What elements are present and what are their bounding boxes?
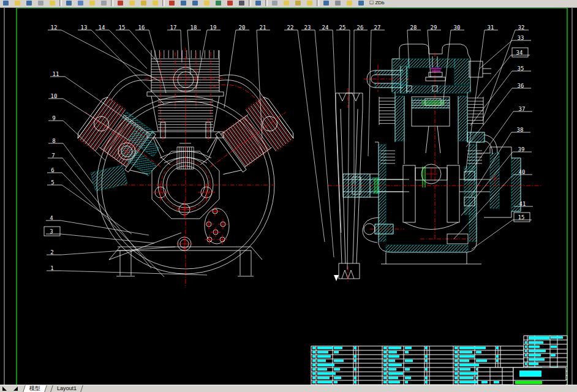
tab-layout1[interactable]: Layout1 <box>50 385 83 392</box>
toolbar-icon-glyph <box>15 1 20 6</box>
toolbar-separator <box>162 0 165 6</box>
toolbar-icon-9[interactable] <box>99 0 109 7</box>
toolbar-icon-24[interactable] <box>253 0 263 7</box>
callout-22-21: 22 <box>287 24 294 31</box>
toolbar-flyout-label[interactable]: ☐ ZDb <box>369 0 385 6</box>
toolbar-icon-4[interactable] <box>47 0 58 7</box>
toolbar-icon-0[interactable] <box>1 0 11 7</box>
callout-33-32: 33 <box>518 35 524 41</box>
callout-4-3: 4 <box>50 215 53 221</box>
toolbar-separator <box>249 0 251 6</box>
toolbar-icon-glyph <box>38 1 43 6</box>
toolbar-icon-glyph <box>78 1 83 6</box>
toolbar-separator <box>317 0 319 6</box>
toolbar-icon-27[interactable] <box>281 0 292 7</box>
toolbar-icon-7[interactable] <box>75 0 86 7</box>
toolbar-separator <box>265 0 268 6</box>
toolbar-icon-33[interactable] <box>344 0 355 7</box>
callout-39-38: 39 <box>518 146 525 153</box>
toolbar-icon-28[interactable] <box>293 0 303 7</box>
tab-nav-last-icon[interactable] <box>13 386 18 391</box>
toolbar-icon-glyph <box>192 1 198 6</box>
toolbar-icon-34[interactable] <box>356 0 366 7</box>
toolbar-icon-19[interactable] <box>202 0 212 7</box>
toolbar-icon-14[interactable] <box>150 0 160 7</box>
callout-28-27: 28 <box>410 24 417 31</box>
callout-30-29: 30 <box>454 24 461 31</box>
cad-viewport[interactable]: 1234567891011121314151617181920212223242… <box>0 0 577 392</box>
callout-40-39: 40 <box>519 169 526 175</box>
callout-1-0: 1 <box>50 265 53 271</box>
toolbar-icon-glyph <box>335 1 341 6</box>
toolbar-icon-glyph <box>323 1 329 6</box>
callout-26-25: 26 <box>357 24 364 31</box>
toolbar-icon-glyph <box>141 1 146 6</box>
toolbar-icon-glyph <box>50 1 55 6</box>
toolbar-icon-6[interactable] <box>64 0 74 7</box>
toolbar-icon-17[interactable] <box>178 0 189 7</box>
cad-application-window: ☐ ZDb 1234567891011121314151617181920212… <box>0 0 577 392</box>
callout-12-11: 12 <box>51 24 58 31</box>
callout-14-13: 14 <box>99 24 105 31</box>
callout-35-34: 35 <box>518 66 524 72</box>
toolbar-icon-glyph <box>3 1 9 6</box>
callout-19-18: 19 <box>210 24 217 31</box>
callout-2-1: 2 <box>50 249 53 255</box>
toolbar-icon-32[interactable] <box>333 0 343 7</box>
callout-36-35: 36 <box>518 83 524 89</box>
callout-38-37: 38 <box>517 127 524 133</box>
toolbar-icon-11[interactable] <box>115 0 126 7</box>
callout-18-17: 18 <box>190 24 197 31</box>
callout-3-2: 3 <box>50 228 53 235</box>
toolbar-separator <box>59 0 62 6</box>
toolbar-icon-8[interactable] <box>87 0 97 7</box>
callout-24-23: 24 <box>322 24 329 31</box>
callout-32-31: 32 <box>518 24 525 31</box>
toolbar-icon-glyph <box>307 1 312 6</box>
toolbar-icon-20[interactable] <box>213 0 224 7</box>
callout-13-12: 13 <box>81 24 88 31</box>
toolbar-icon-glyph <box>129 1 135 6</box>
toolbar-icon-2[interactable] <box>24 0 34 7</box>
toolbar-icon-glyph <box>239 1 244 6</box>
tab-model[interactable]: 模型 <box>23 385 47 392</box>
toolbar-icon-glyph <box>216 1 221 6</box>
callout-20-19: 20 <box>239 24 246 31</box>
toolbar-icon-glyph <box>204 1 209 6</box>
toolbar-icon-glyph <box>255 1 261 6</box>
callout-23-22: 23 <box>304 24 311 31</box>
callout-37-36: 37 <box>519 106 526 112</box>
toolbar-icon-13[interactable] <box>138 0 149 7</box>
tab-nav-first-icon[interactable] <box>2 386 7 391</box>
callout-16-15: 16 <box>138 24 145 31</box>
toolbar-icon-glyph <box>101 1 107 6</box>
toolbar-icon-21[interactable] <box>225 0 235 7</box>
toolbar-icon-glyph <box>89 1 95 6</box>
callout-31-30: 31 <box>488 24 494 31</box>
toolbar-icon-22[interactable] <box>236 0 247 7</box>
toolbar-icon-3[interactable] <box>36 0 46 7</box>
toolbar-icon-29[interactable] <box>304 0 315 7</box>
toolbar-icon-glyph <box>118 1 123 6</box>
toolbar-icon-16[interactable] <box>167 0 177 7</box>
toolbar-icon-31[interactable] <box>321 0 331 7</box>
toolbar-icon-1[interactable] <box>12 0 23 7</box>
bom-table <box>311 336 567 385</box>
callout-11-10: 11 <box>53 71 59 77</box>
callout-9-8: 9 <box>52 115 55 121</box>
callout-5-4: 5 <box>51 179 54 186</box>
toolbar-icon-26[interactable] <box>270 0 280 7</box>
toolbar-icon-18[interactable] <box>190 0 200 7</box>
toolbar-icon-glyph <box>272 1 277 6</box>
callout-15-14: 15 <box>119 24 126 31</box>
toolbar-icon-12[interactable] <box>127 0 137 7</box>
callout-10-9: 10 <box>51 93 58 99</box>
callout-15-41: 15 <box>518 214 525 221</box>
toolbar-icon-glyph <box>227 1 233 6</box>
toolbar-icon-glyph <box>169 1 175 6</box>
callout-7-6: 7 <box>51 153 55 159</box>
callout-27-26: 27 <box>374 24 381 31</box>
toolbar-icon-glyph <box>295 1 301 6</box>
toolbar-icon-glyph <box>358 1 364 6</box>
callout-29-28: 29 <box>431 24 437 31</box>
